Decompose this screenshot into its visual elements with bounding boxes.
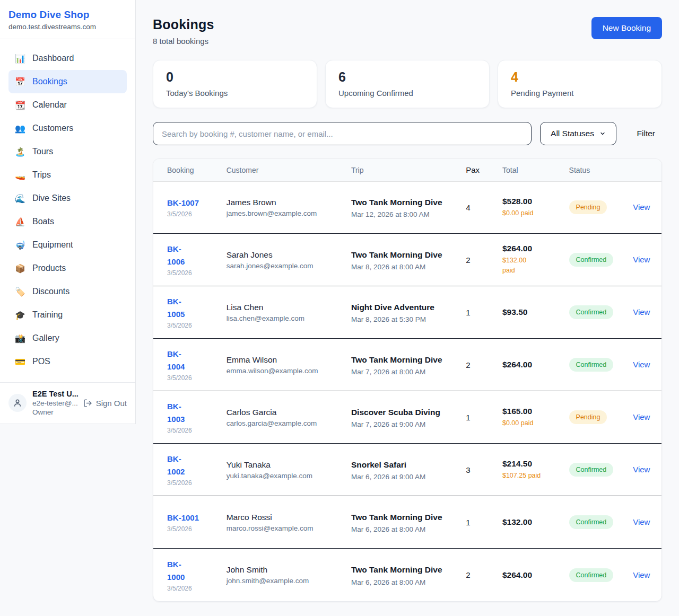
sidebar-item-trips[interactable]: 🚤 Trips xyxy=(8,163,127,187)
view-link[interactable]: View xyxy=(633,412,650,421)
pax-count: 2 xyxy=(466,570,502,579)
stat-value: 4 xyxy=(511,69,649,85)
package-icon: 📦 xyxy=(15,263,25,274)
trip-name: Snorkel Safari xyxy=(351,459,446,471)
booking-id-link[interactable]: BK-1002 xyxy=(167,453,190,478)
total-amount: $264.00 xyxy=(502,360,569,369)
booking-date: 3/5/2026 xyxy=(167,427,227,434)
pax-count: 1 xyxy=(466,413,502,422)
customer-name: Marco Rossi xyxy=(227,513,351,522)
stat-card: 0 Today's Bookings xyxy=(153,60,317,108)
user-info: E2E Test U... e2e-tester@... Owner xyxy=(32,390,77,416)
user-email: e2e-tester@... xyxy=(32,399,77,407)
view-link[interactable]: View xyxy=(633,465,650,474)
customer-name: John Smith xyxy=(227,565,351,575)
shop-domain: demo.test.divestreams.com xyxy=(8,23,127,31)
sidebar-item-tours[interactable]: 🏝️ Tours xyxy=(8,140,127,163)
sidebar-item-calendar[interactable]: 📆 Calendar xyxy=(8,93,127,117)
shop-name: Demo Dive Shop xyxy=(8,9,127,21)
customer-name: Emma Wilson xyxy=(227,355,351,365)
sidebar-item-training[interactable]: 🎓 Training xyxy=(8,303,127,327)
filter-controls: All Statuses Filter xyxy=(153,122,662,145)
trip-datetime: Mar 12, 2026 at 8:00 AM xyxy=(351,210,466,218)
search-input[interactable] xyxy=(153,122,532,145)
view-link[interactable]: View xyxy=(633,255,650,264)
sidebar-item-gallery[interactable]: 📸 Gallery xyxy=(8,327,127,350)
view-link[interactable]: View xyxy=(633,360,650,369)
sidebar-item-label: Dashboard xyxy=(32,54,74,63)
booking-id-link[interactable]: BK-1003 xyxy=(167,400,190,426)
sidebar-item-pos[interactable]: 💳 POS xyxy=(8,350,127,373)
new-booking-button[interactable]: New Booking xyxy=(591,17,662,39)
credit-card-icon: 💳 xyxy=(15,357,25,367)
sidebar-item-customers[interactable]: 👥 Customers xyxy=(8,117,127,140)
trip-name: Two Tank Morning Dive xyxy=(351,196,446,208)
sidebar-item-boats[interactable]: ⛵ Boats xyxy=(8,210,127,233)
table-row: BK-1005 3/5/2026 Lisa Chen lisa.chen@exa… xyxy=(153,286,661,339)
status-select[interactable]: All Statuses xyxy=(540,122,616,145)
sidebar-item-label: Customers xyxy=(32,124,73,133)
sidebar-item-dive-sites[interactable]: 🌊 Dive Sites xyxy=(8,187,127,210)
view-link[interactable]: View xyxy=(633,517,650,526)
sidebar-item-label: POS xyxy=(32,357,50,366)
sidebar-item-bookings[interactable]: 📅 Bookings xyxy=(8,70,127,93)
customer-email: john.smith@example.com xyxy=(227,577,351,585)
booking-date: 3/5/2026 xyxy=(167,479,227,487)
pax-count: 3 xyxy=(466,465,502,474)
sidebar-item-discounts[interactable]: 🏷️ Discounts xyxy=(8,280,127,303)
sidebar-item-label: Tours xyxy=(32,147,53,156)
booking-id-link[interactable]: BK-1005 xyxy=(167,295,190,321)
sidebar-item-products[interactable]: 📦 Products xyxy=(8,257,127,280)
amount-paid: $0.00 paid xyxy=(502,208,569,218)
pax-count: 2 xyxy=(466,360,502,369)
trip-datetime: Mar 6, 2026 at 8:00 AM xyxy=(351,578,466,586)
chevron-down-icon xyxy=(599,130,606,137)
view-link[interactable]: View xyxy=(633,307,650,316)
speedboat-icon: 🚤 xyxy=(15,170,25,180)
sidebar-item-label: Dive Sites xyxy=(32,193,71,203)
table-header-row: Booking Customer Trip Pax Total Status xyxy=(153,159,661,181)
pax-count: 2 xyxy=(466,256,502,265)
calendar-icon: 📅 xyxy=(15,77,25,87)
booking-id-link[interactable]: BK-1004 xyxy=(167,348,190,373)
tag-icon: 🏷️ xyxy=(15,287,25,297)
wave-icon: 🌊 xyxy=(15,193,25,204)
customer-name: Yuki Tanaka xyxy=(227,460,351,470)
column-header-booking: Booking xyxy=(167,166,227,174)
sidebar-item-equipment[interactable]: 🤿 Equipment xyxy=(8,233,127,257)
column-header-customer: Customer xyxy=(227,166,351,174)
customer-email: lisa.chen@example.com xyxy=(227,314,351,322)
total-amount: $93.50 xyxy=(502,307,569,317)
bookings-table: Booking Customer Trip Pax Total Status B… xyxy=(153,159,662,602)
amount-paid: $107.25 paid xyxy=(502,471,569,481)
table-row: BK-1002 3/5/2026 Yuki Tanaka yuki.tanaka… xyxy=(153,444,661,496)
graduation-cap-icon: 🎓 xyxy=(15,310,25,320)
page-title: Bookings xyxy=(153,17,214,32)
booking-id-link[interactable]: BK-1000 xyxy=(167,558,190,584)
sign-out-icon xyxy=(83,399,92,408)
page-subtitle: 8 total bookings xyxy=(153,37,214,46)
view-link[interactable]: View xyxy=(633,570,650,579)
user-icon xyxy=(13,398,22,408)
diving-mask-icon: 🤿 xyxy=(15,240,25,250)
sidebar-item-label: Training xyxy=(32,310,63,320)
sidebar-item-label: Bookings xyxy=(32,77,67,86)
booking-id-link[interactable]: BK-1007 xyxy=(167,198,199,207)
total-amount: $132.00 xyxy=(502,517,569,527)
booking-id-link[interactable]: BK-1006 xyxy=(167,243,190,268)
sidebar-item-dashboard[interactable]: 📊 Dashboard xyxy=(8,47,127,70)
trip-name: Night Dive Adventure xyxy=(351,301,446,313)
filter-button[interactable]: Filter xyxy=(637,129,655,138)
view-link[interactable]: View xyxy=(633,203,650,212)
status-badge: Confirmed xyxy=(569,358,614,372)
island-icon: 🏝️ xyxy=(15,147,25,157)
status-badge: Pending xyxy=(569,410,607,424)
sign-out-button[interactable]: Sign Out xyxy=(83,399,127,408)
table-row: BK-1000 3/5/2026 John Smith john.smith@e… xyxy=(153,549,661,601)
column-header-pax: Pax xyxy=(466,165,502,174)
trip-datetime: Mar 7, 2026 at 9:00 AM xyxy=(351,420,466,428)
trip-name: Two Tank Morning Dive xyxy=(351,354,446,366)
stat-value: 0 xyxy=(166,69,304,85)
sidebar-user-footer: E2E Test U... e2e-tester@... Owner Sign … xyxy=(0,382,135,424)
booking-id-link[interactable]: BK-1001 xyxy=(167,513,199,522)
